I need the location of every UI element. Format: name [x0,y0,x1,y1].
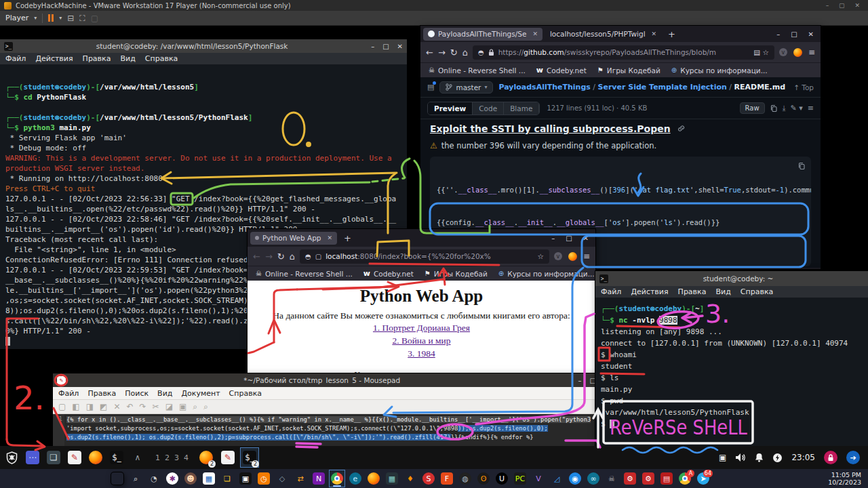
extension-icons[interactable]: v ≡ [554,251,590,261]
mousepad-window-controls[interactable]: –□ [578,377,596,384]
notes-app-icon[interactable]: ▣ [238,470,253,487]
slack-icon[interactable]: ✱ [165,470,180,487]
menu-item[interactable]: Вид [157,389,172,398]
vmware-gear2-icon[interactable]: ⚙ [641,470,656,487]
menu-item[interactable]: Справка [229,389,262,398]
close-icon[interactable]: ✕ [583,235,589,242]
lock-screen-button[interactable] [824,451,837,464]
back-icon[interactable]: ← [426,47,433,58]
bookmark-item[interactable]: ☠Online - Reverse Shell ... [429,66,526,75]
toolbar-icon[interactable]: ↶ [126,402,133,411]
flux-icon[interactable]: F [439,470,454,487]
minimize-icon[interactable]: – [371,43,374,50]
branch-selector[interactable]: master ▾ [439,81,493,94]
book-link[interactable]: 3. 1984 [408,348,435,359]
menu-item[interactable]: Действия [35,54,73,63]
menu-icon[interactable]: ≡ [808,47,815,57]
bookmark-item[interactable]: ⊕Курсы по информаци... [671,66,768,75]
mousepad-editor[interactable]: 1 {% for x in ().__class__.__base__.__su… [53,414,600,447]
host-clock[interactable]: 11:05 PM 10/2/2023 [828,471,861,486]
tab-close-icon[interactable]: ✕ [532,30,538,37]
skull-app-icon[interactable]: ☠ [604,470,619,487]
terminal-launcher-icon[interactable]: $_ [108,448,125,467]
outline-icon[interactable]: ≡ [808,104,814,113]
tracking-shield-icon[interactable]: ◓ [478,49,484,56]
arduino-icon[interactable]: ∞ [586,470,601,487]
show-desktop-icon[interactable]: ⋯ [24,448,41,467]
terminal-window-netcat[interactable]: >_ student@codeby: ~ ФайлДействияПравкаВ… [595,271,868,447]
maximize-icon[interactable]: □ [382,43,389,50]
task-firefox[interactable]: 2 [197,448,215,467]
menu-item[interactable]: Справка [741,287,773,296]
pocket-icon[interactable]: v [554,252,562,260]
webapp-urlbar[interactable]: ◓ ▢ localhost:8080/index?book={%%20for%2… [300,249,549,264]
toolbar-icon[interactable]: ◩ [100,402,107,411]
start-button[interactable] [110,470,125,487]
tab-code[interactable]: Code [473,102,504,115]
minimize-icon[interactable]: – [578,377,582,384]
toolbox-icon[interactable]: ▤ [659,470,674,487]
edge-icon[interactable]: e [348,470,363,487]
sidebar-toggle-icon[interactable]: ▤ [427,83,434,92]
workspace-number[interactable]: 2 [165,453,170,462]
tab-payloadsallthethings[interactable]: PayloadsAllTheThings/Se ✕ [423,28,542,41]
copy-icon[interactable] [797,162,806,170]
new-tab-button[interactable]: + [340,233,355,243]
payload-text[interactable]: {% for x in ().__class__.__base__.__subc… [64,414,600,447]
mousepad-window[interactable]: ✎ *~/Рабочий стол/tmp_lesson_5 - Mousepa… [53,373,600,447]
tracking-shield-icon[interactable]: ◓ [305,253,311,260]
tab-localhost-phptwig[interactable]: localhost/lesson5/PHPTwigl ✕ [545,28,661,41]
notifications-bell-icon[interactable] [755,453,764,462]
minimize-icon[interactable]: – [551,235,555,242]
bookmark-star-icon[interactable]: ☆ [538,252,544,260]
copy-icon[interactable] [770,104,778,113]
calendar-icon[interactable]: ▦ [201,470,216,487]
tab-python-web-app[interactable]: Python Web App ✕ [250,232,337,245]
bird-app-icon[interactable]: ♦ [403,470,418,487]
maximize-icon[interactable]: □ [791,30,797,38]
menu-item[interactable]: Файл [58,389,79,398]
toolbar-icon[interactable]: ▣ [179,402,186,411]
search-icon[interactable]: ⌕ [128,470,143,487]
menu-item[interactable]: Вид [120,54,135,63]
menu-item[interactable]: Файл [601,287,621,296]
workspace-number[interactable]: 4 [184,453,189,462]
window-list-icon[interactable]: ▣ [719,453,726,462]
toolbar-icon[interactable]: ◪ [165,402,173,411]
firefox-launcher-icon[interactable] [87,448,104,467]
bookmark-item[interactable]: ⚑Игры Кодебай [425,270,488,278]
forward-icon[interactable]: → [438,47,446,58]
bookmark-item[interactable]: wCodeby.net [363,269,414,278]
home-icon[interactable]: ⌂ [290,251,295,262]
vscode-icon[interactable]: ◿ [549,470,564,487]
telegram-icon[interactable]: ➤64 [696,470,711,487]
heading-subprocess-popen[interactable]: Exploit the SSTI by calling subprocess.P… [430,123,671,134]
volume-icon[interactable] [735,453,746,462]
menu-item[interactable]: Файл [5,54,26,63]
mousepad-launcher-icon[interactable]: ✎ [66,448,83,467]
reload-icon[interactable]: ↻ [450,47,458,58]
pocket-icon[interactable]: v [779,48,787,56]
terminal1-titlebar[interactable]: >_ student@codeby: /var/www/html/lesson5… [0,39,407,53]
vmware-titlebar[interactable]: CodebyHackMachine - VMware Workstation 1… [0,0,868,11]
toolbar-icon[interactable]: ▢ [58,402,66,411]
power-manager-icon[interactable] [772,453,783,463]
send-ctrl-alt-del-button[interactable]: ⊟ [67,14,74,23]
anchor-link-icon[interactable] [677,125,685,132]
file-manager-icon[interactable]: ❏ [45,448,62,467]
bookmark-item[interactable]: ☠Online - Reverse Shell ... [256,270,353,278]
terminal2-titlebar[interactable]: >_ student@codeby: ~ [595,271,868,286]
logout-button[interactable]: ➔ [846,451,860,464]
edit-pencil-icon[interactable]: ✎ ▾ [791,104,803,113]
suspend-vm-button[interactable] [48,14,54,22]
bookmark-item[interactable]: ⊕Курсы по информаци... [498,270,595,278]
firefox-account-icon[interactable] [793,48,802,57]
tab-blame[interactable]: Blame [504,102,539,115]
maximize-icon[interactable]: □ [566,235,572,242]
book-link[interactable]: 2. Война и мир [392,336,450,346]
close-icon[interactable]: ✕ [397,43,403,50]
bookmark-item[interactable]: wCodeby.net [536,66,587,75]
workspace-number[interactable]: 1 [155,453,160,462]
reload-icon[interactable]: ↻ [277,251,285,262]
toolbar-icon[interactable]: ✂ [153,402,159,411]
